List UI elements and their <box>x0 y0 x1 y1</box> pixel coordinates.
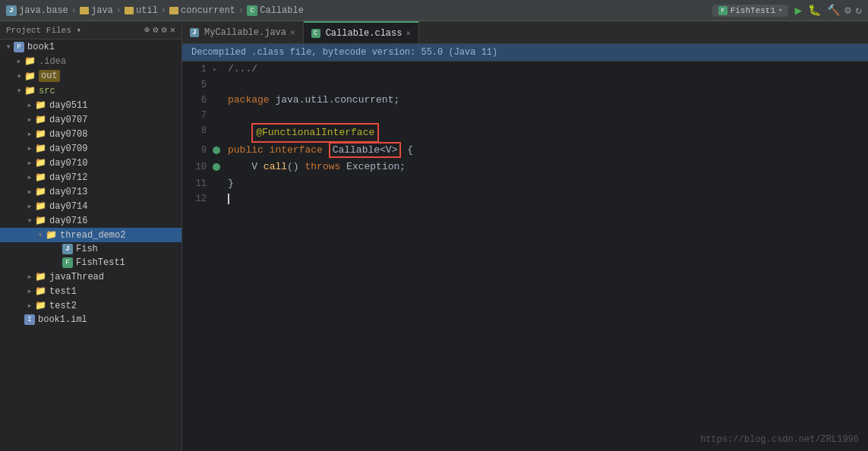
tree-item-out[interactable]: 📁 out <box>0 68 181 84</box>
tree-item-day0710[interactable]: 📁 day0710 <box>0 156 181 170</box>
breadcrumb-util-label: util <box>136 5 158 16</box>
tree-item-idea[interactable]: 📁 .idea <box>0 54 181 68</box>
day0708-icon: 📁 <box>35 128 46 140</box>
line-gutter-9 <box>213 143 225 159</box>
settings-icon[interactable]: ⚙ <box>844 4 851 17</box>
sidebar-gear2-icon[interactable]: ⚙ <box>162 24 167 36</box>
mycallable-tab-icon: J <box>190 28 199 37</box>
fold-icon-1[interactable]: ▸ <box>213 65 217 74</box>
tree-item-day0713[interactable]: 📁 day0713 <box>0 184 181 199</box>
code-line-9: 9 public interface Callable<V> { <box>182 143 868 159</box>
tree-item-day0714[interactable]: 📁 day0714 <box>0 199 181 213</box>
tab-mycallable[interactable]: J MyCallable.java ✕ <box>182 21 304 43</box>
line-gutter-8 <box>213 123 225 143</box>
test1-arrow <box>24 285 35 297</box>
line-gutter-10 <box>213 159 225 176</box>
breadcrumb-concurrent-label: concurrent <box>181 5 235 16</box>
debug-button[interactable]: 🐛 <box>808 4 821 17</box>
project-arrow <box>3 41 14 52</box>
sidebar-title: Project Files ▾ <box>6 25 81 35</box>
editor-area: J MyCallable.java ✕ C Callable.class ✕ D… <box>182 21 868 451</box>
out-label: out <box>39 70 60 82</box>
tree-item-test2[interactable]: 📁 test2 <box>0 298 181 313</box>
tree-item-project[interactable]: P book1 <box>0 39 181 54</box>
day0712-label: day0712 <box>49 172 87 183</box>
tree-item-src[interactable]: 📁 src <box>0 84 181 98</box>
breakpoint-9[interactable] <box>213 147 220 154</box>
sync-icon[interactable]: ↻ <box>856 4 862 17</box>
tree-item-fish[interactable]: J Fish <box>0 242 181 256</box>
tree-item-day0707[interactable]: 📁 day0707 <box>0 112 181 127</box>
day0713-arrow <box>24 186 35 197</box>
tree-item-thread-demo2[interactable]: 📁 thread_demo2 <box>0 228 181 242</box>
breadcrumb-concurrent-icon <box>169 7 178 14</box>
javathread-icon: 📁 <box>35 271 46 282</box>
breadcrumb-java-folder-icon <box>80 7 89 14</box>
hammer-icon[interactable]: 🔨 <box>827 4 840 17</box>
sidebar-header: Project Files ▾ ⊕ ⚙ ⚙ ✕ <box>0 21 181 39</box>
out-arrow <box>14 71 24 82</box>
line-gutter-6 <box>213 93 225 108</box>
sidebar-gear-icon[interactable]: ⚙ <box>153 24 158 36</box>
tab-callable-close[interactable]: ✕ <box>406 28 411 38</box>
day0708-label: day0708 <box>49 129 87 140</box>
run-config-selector[interactable]: F FishTest1 ▾ <box>712 5 789 17</box>
code-editor[interactable]: 1 ▸ /.../ 5 6 package java.util.con <box>182 62 868 451</box>
day0709-label: day0709 <box>49 144 87 154</box>
line-content-9: public interface Callable<V> { <box>225 143 868 159</box>
tab-callable[interactable]: C Callable.class ✕ <box>304 21 419 43</box>
day0708-arrow <box>24 128 35 140</box>
sidebar: Project Files ▾ ⊕ ⚙ ⚙ ✕ P book1 📁 .idea <box>0 21 182 451</box>
day0714-arrow <box>24 200 35 212</box>
tree-item-day0712[interactable]: 📁 day0712 <box>0 170 181 184</box>
test2-arrow <box>24 300 35 311</box>
code-line-10: 10 V call() throws Exception; <box>182 159 868 176</box>
breakpoint-10[interactable] <box>213 163 220 171</box>
sidebar-scope-icon[interactable]: ⊕ <box>144 24 150 36</box>
code-line-8: 8 @FunctionalInterface <box>182 123 868 143</box>
tree-item-day0709[interactable]: 📁 day0709 <box>0 141 181 156</box>
tree-item-fishtest1[interactable]: F FishTest1 <box>0 256 181 270</box>
run-config-label: FishTest1 <box>731 6 775 15</box>
top-bar: J java.base › java › util › concurrent ›… <box>0 0 868 21</box>
line-num-9: 9 <box>182 143 213 159</box>
day0716-icon: 📁 <box>35 215 46 226</box>
tree-item-day0511[interactable]: 📁 day0511 <box>0 98 181 112</box>
breadcrumb-java-label: java <box>91 5 113 16</box>
day0707-arrow <box>24 114 35 125</box>
day0709-arrow <box>24 143 35 154</box>
line-content-11: } <box>225 176 868 191</box>
line-num-8: 8 <box>182 123 213 143</box>
line-content-7 <box>225 108 868 123</box>
code-line-12: 12 <box>182 191 868 207</box>
sidebar-close-icon[interactable]: ✕ <box>170 24 175 36</box>
line-content-6: package java.util.concurrent; <box>225 93 868 108</box>
fishtest1-file-icon: F <box>62 257 73 268</box>
javathread-label: javaThread <box>49 272 104 282</box>
line-gutter-12 <box>213 191 225 207</box>
main-layout: Project Files ▾ ⊕ ⚙ ⚙ ✕ P book1 📁 .idea <box>0 21 868 451</box>
line-num-11: 11 <box>182 176 213 191</box>
line-num-6: 6 <box>182 93 213 108</box>
day0713-icon: 📁 <box>35 186 46 197</box>
tree-item-test1[interactable]: 📁 test1 <box>0 284 181 298</box>
tree-item-javathread[interactable]: 📁 javaThread <box>0 270 181 284</box>
tree-item-book1iml[interactable]: I book1.iml <box>0 313 181 326</box>
run-button[interactable]: ▶ <box>794 3 802 18</box>
project-label: book1 <box>27 42 55 52</box>
tree-item-day0716[interactable]: 📁 day0716 <box>0 213 181 228</box>
tab-callable-label: Callable.class <box>326 28 402 39</box>
watermark: https://blog.csdn.net/ZRL1996 <box>700 434 859 445</box>
test1-icon: 📁 <box>35 285 46 297</box>
tree-item-day0708[interactable]: 📁 day0708 <box>0 127 181 141</box>
src-arrow <box>14 85 24 96</box>
test2-label: test2 <box>49 301 77 311</box>
tab-mycallable-close[interactable]: ✕ <box>290 27 295 37</box>
test2-icon: 📁 <box>35 300 46 311</box>
fish-file-icon: J <box>62 244 73 254</box>
tab-mycallable-label: MyCallable.java <box>204 27 286 38</box>
line-gutter-11 <box>213 176 225 191</box>
line-content-8: @FunctionalInterface <box>225 123 868 143</box>
toolbar-icons: 🔨 ⚙ ↻ <box>827 4 862 17</box>
day0713-label: day0713 <box>49 187 87 197</box>
